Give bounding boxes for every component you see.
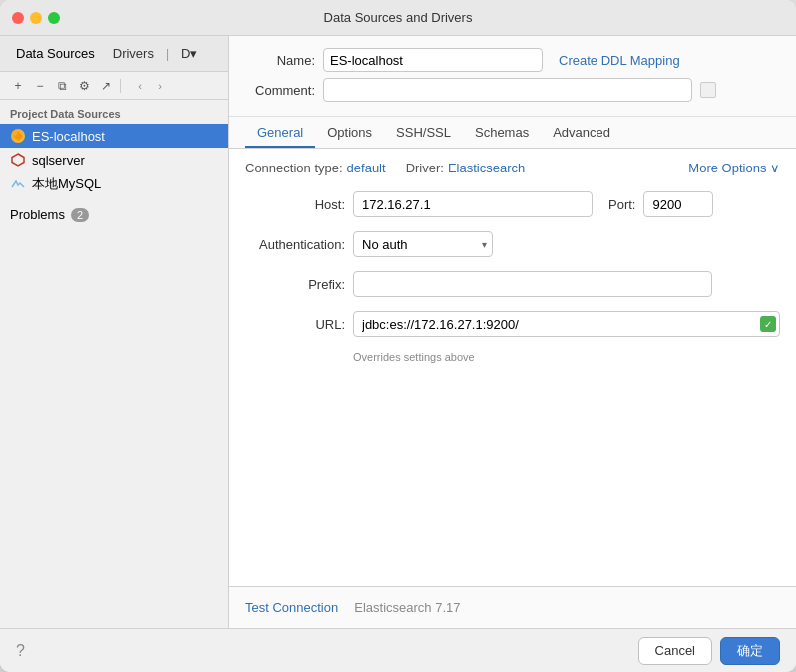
sidebar-toolbar: + − ⧉ ⚙ ↗ ‹ ›	[0, 72, 228, 100]
connection-form: Connection type: default Driver: Elastic…	[229, 149, 796, 586]
mysql-label: 本地MySQL	[32, 175, 101, 193]
problems-label: Problems	[10, 207, 65, 222]
connection-type-row: Connection type: default Driver: Elastic…	[245, 161, 780, 175]
add-button[interactable]: +	[8, 77, 28, 95]
name-label: Name:	[245, 53, 315, 68]
project-data-sources-header: Project Data Sources	[0, 100, 228, 124]
comment-input[interactable]	[323, 78, 692, 102]
problems-item[interactable]: Problems 2	[10, 205, 218, 224]
sidebar-item-mysql[interactable]: 本地MySQL	[0, 171, 228, 197]
help-button[interactable]: ?	[16, 642, 25, 660]
minimize-button[interactable]	[30, 12, 42, 24]
problems-section: Problems 2	[0, 197, 228, 232]
content-area: Name: Create DDL Mapping Comment: Genera…	[229, 36, 796, 628]
svg-marker-0	[12, 154, 24, 166]
tab-general[interactable]: General	[245, 119, 315, 148]
connection-type-value[interactable]: default	[347, 161, 386, 175]
url-input-wrapper: ✓	[353, 311, 780, 337]
toolbar-separator	[120, 79, 121, 93]
tab-data-sources[interactable]: Data Sources	[8, 42, 103, 65]
test-connection-link[interactable]: Test Connection	[245, 600, 338, 615]
tab-options[interactable]: Options	[315, 119, 384, 148]
maximize-button[interactable]	[48, 12, 60, 24]
auth-select[interactable]: No auth Username & Password OAuth 2.0	[353, 231, 493, 257]
ok-button[interactable]: 确定	[720, 637, 780, 665]
tab-schemas[interactable]: Schemas	[463, 119, 541, 148]
window-footer: ? Cancel 确定	[0, 628, 796, 672]
url-row: URL: ✓	[245, 311, 780, 337]
cancel-button[interactable]: Cancel	[638, 637, 712, 665]
more-options-label: More Options ∨	[688, 161, 780, 175]
tab-advanced[interactable]: Advanced	[541, 119, 622, 148]
more-options-button[interactable]: More Options ∨	[688, 161, 780, 175]
window-title: Data Sources and Drivers	[324, 10, 473, 25]
es-localhost-label: ES-localhost	[32, 129, 105, 144]
host-label: Host:	[245, 197, 345, 212]
prefix-label: Prefix:	[245, 277, 345, 292]
name-row: Name: Create DDL Mapping	[245, 48, 780, 72]
copy-button[interactable]: ⧉	[52, 77, 72, 95]
port-label: Port:	[608, 197, 635, 212]
settings-button[interactable]: ⚙	[74, 77, 94, 95]
sqlserver-label: sqlserver	[32, 153, 85, 168]
connection-type-label: Connection type:	[245, 161, 343, 175]
comment-check-icon	[700, 82, 716, 98]
form-header: Name: Create DDL Mapping Comment:	[229, 36, 796, 117]
host-input[interactable]	[353, 191, 593, 217]
problems-badge: 2	[71, 208, 89, 222]
comment-label: Comment:	[245, 83, 315, 98]
sql-icon	[10, 152, 26, 168]
sidebar-item-es-localhost[interactable]: 🔶 ES-localhost	[0, 124, 228, 148]
auth-row: Authentication: No auth Username & Passw…	[245, 231, 780, 257]
url-hint: Overrides settings above	[245, 351, 780, 363]
back-button[interactable]: ‹	[131, 77, 149, 95]
auth-select-wrapper: No auth Username & Password OAuth 2.0 ▾	[353, 231, 493, 257]
sidebar: Data Sources Drivers | D▾ + − ⧉ ⚙ ↗ ‹ › …	[0, 36, 229, 628]
sidebar-item-sqlserver[interactable]: sqlserver	[0, 148, 228, 171]
export-button[interactable]: ↗	[96, 77, 116, 95]
prefix-input[interactable]	[353, 271, 712, 297]
close-button[interactable]	[12, 12, 24, 24]
main-layout: Data Sources Drivers | D▾ + − ⧉ ⚙ ↗ ‹ › …	[0, 36, 796, 628]
es-icon: 🔶	[10, 128, 26, 144]
remove-button[interactable]: −	[30, 77, 50, 95]
nav-buttons: ‹ ›	[131, 77, 169, 95]
auth-label: Authentication:	[245, 237, 345, 252]
sidebar-tabs: Data Sources Drivers | D▾	[0, 36, 228, 72]
tab-divider: |	[164, 47, 171, 61]
forward-button[interactable]: ›	[151, 77, 169, 95]
main-window: Data Sources and Drivers Data Sources Dr…	[0, 0, 796, 672]
mysql-icon	[10, 176, 26, 192]
url-label: URL:	[245, 317, 345, 332]
port-input[interactable]	[643, 191, 713, 217]
bottom-bar: Test Connection Elasticsearch 7.17	[229, 586, 796, 628]
driver-value[interactable]: Elasticsearch	[448, 161, 525, 175]
tab-ssh-ssl[interactable]: SSH/SSL	[384, 119, 463, 148]
traffic-lights	[12, 12, 60, 24]
host-row: Host: Port:	[245, 191, 780, 217]
tab-d[interactable]: D▾	[173, 42, 204, 65]
prefix-row: Prefix:	[245, 271, 780, 297]
tabs-bar: General Options SSH/SSL Schemas Advanced	[229, 117, 796, 149]
tab-drivers[interactable]: Drivers	[105, 42, 162, 65]
titlebar: Data Sources and Drivers	[0, 0, 796, 36]
driver-label: Driver:	[406, 161, 444, 175]
url-check-icon: ✓	[760, 316, 776, 332]
comment-row: Comment:	[245, 78, 780, 102]
create-ddl-link[interactable]: Create DDL Mapping	[559, 53, 680, 68]
name-input[interactable]	[323, 48, 543, 72]
url-input[interactable]	[353, 311, 780, 337]
driver-version-label: Elasticsearch 7.17	[354, 600, 460, 615]
